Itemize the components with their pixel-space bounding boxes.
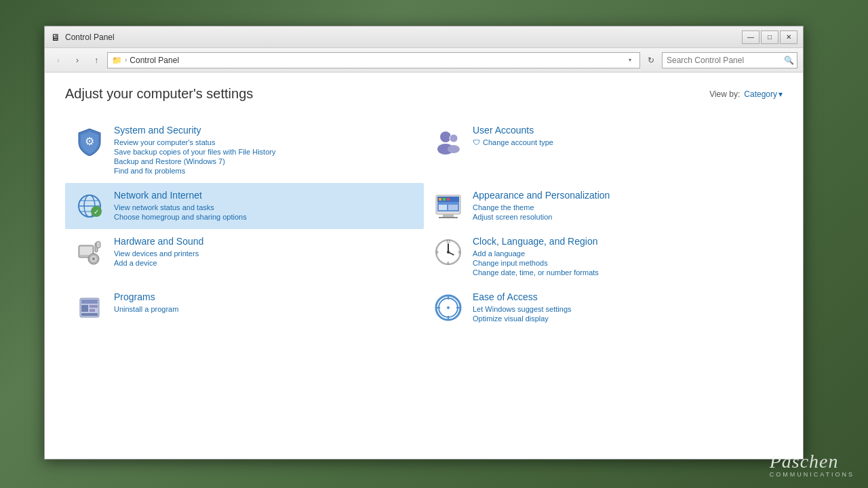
search-icon[interactable]: 🔍 xyxy=(781,52,797,68)
clock-language-info: Clock, Language, and Region Add a langua… xyxy=(473,236,774,278)
up-button[interactable]: ↑ xyxy=(88,52,104,68)
svg-text:12: 12 xyxy=(446,239,451,243)
category-system-security[interactable]: ⚙ System and Security Review your comput… xyxy=(65,118,424,183)
content-header: Adjust your computer's settings View by:… xyxy=(65,86,783,102)
category-clock-language[interactable]: 12 3 6 9 Clock, Language, and Region Add… xyxy=(424,229,783,285)
system-security-link-3[interactable]: Backup and Restore (Windows 7) xyxy=(114,157,416,165)
system-security-name[interactable]: System and Security xyxy=(114,125,416,136)
appearance-link-1[interactable]: Change the theme xyxy=(473,203,774,211)
categories-grid: ⚙ System and Security Review your comput… xyxy=(65,118,783,331)
svg-text:✓: ✓ xyxy=(94,208,99,216)
svg-rect-18 xyxy=(439,205,447,210)
breadcrumb-label: Control Panel xyxy=(130,56,179,65)
svg-rect-17 xyxy=(447,198,450,201)
programs-info: Programs Uninstall a program xyxy=(114,291,416,314)
system-security-link-1[interactable]: Review your computer's status xyxy=(114,138,416,146)
clock-language-name[interactable]: Clock, Language, and Region xyxy=(473,236,774,247)
ease-of-access-name[interactable]: Ease of Access xyxy=(473,291,774,302)
ease-of-access-link-1[interactable]: Let Windows suggest settings xyxy=(473,305,774,313)
hardware-sound-icon xyxy=(73,236,106,268)
category-hardware-sound[interactable]: Hardware and Sound View devices and prin… xyxy=(65,229,424,285)
appearance-icon xyxy=(432,190,465,222)
svg-text:⚙: ⚙ xyxy=(85,136,94,147)
desktop: 🖥 Control Panel — □ ✕ ‹ › ↑ 📁 › Control … xyxy=(0,0,868,488)
category-programs[interactable]: Programs Uninstall a program xyxy=(65,285,424,331)
title-bar-left: 🖥 Control Panel xyxy=(50,32,115,43)
category-ease-of-access[interactable]: Ease of Access Let Windows suggest setti… xyxy=(424,285,783,331)
system-security-link-2[interactable]: Save backup copies of your files with Fi… xyxy=(114,148,416,156)
window-icon: 🖥 xyxy=(50,32,61,43)
system-security-link-4[interactable]: Find and fix problems xyxy=(114,167,416,175)
view-by-value[interactable]: Category ▾ xyxy=(744,89,783,99)
programs-name[interactable]: Programs xyxy=(114,291,416,302)
svg-rect-40 xyxy=(81,305,88,312)
svg-point-26 xyxy=(92,258,95,260)
view-by-label: View by: xyxy=(709,89,740,99)
user-accounts-info: User Accounts 🛡 Change account type xyxy=(473,125,774,148)
view-by-arrow: ▾ xyxy=(778,89,783,99)
svg-rect-23 xyxy=(80,247,92,255)
view-by-selector: View by: Category ▾ xyxy=(709,89,783,99)
network-internet-icon: ✓ xyxy=(73,190,106,222)
breadcrumb: 📁 › Control Panel xyxy=(112,56,622,65)
minimize-button[interactable]: — xyxy=(742,30,760,44)
svg-point-46 xyxy=(447,306,450,309)
close-button[interactable]: ✕ xyxy=(780,30,797,44)
breadcrumb-separator: › xyxy=(125,56,127,64)
control-panel-window: 🖥 Control Panel — □ ✕ ‹ › ↑ 📁 › Control … xyxy=(44,26,804,460)
address-bar: 📁 › Control Panel ▾ xyxy=(107,52,640,68)
address-dropdown-button[interactable]: ▾ xyxy=(625,54,635,67)
network-internet-link-2[interactable]: Choose homegroup and sharing options xyxy=(114,213,416,221)
clock-language-link-3[interactable]: Change date, time, or number formats xyxy=(473,268,774,277)
appearance-link-2[interactable]: Adjust screen resolution xyxy=(473,213,774,221)
programs-icon xyxy=(73,291,106,324)
category-appearance[interactable]: Appearance and Personalization Change th… xyxy=(424,183,783,229)
system-security-info: System and Security Review your computer… xyxy=(114,125,416,176)
watermark-subtitle: COMMUNICATIONS xyxy=(770,471,854,478)
svg-point-1 xyxy=(440,131,451,142)
category-user-accounts[interactable]: User Accounts 🛡 Change account type xyxy=(424,118,783,183)
search-bar[interactable]: 🔍 xyxy=(662,52,797,68)
appearance-name[interactable]: Appearance and Personalization xyxy=(473,190,774,201)
ease-of-access-icon xyxy=(432,291,465,324)
user-accounts-icon xyxy=(432,125,465,157)
svg-rect-43 xyxy=(81,313,98,316)
system-security-icon: ⚙ xyxy=(73,125,106,157)
network-internet-info: Network and Internet View network status… xyxy=(114,190,416,222)
title-bar: 🖥 Control Panel — □ ✕ xyxy=(45,26,803,48)
clock-language-link-1[interactable]: Add a language xyxy=(473,249,774,258)
hardware-sound-name[interactable]: Hardware and Sound xyxy=(114,236,416,247)
maximize-button[interactable]: □ xyxy=(761,30,778,44)
ease-of-access-link-2[interactable]: Optimize visual display xyxy=(473,314,774,323)
page-title: Adjust your computer's settings xyxy=(65,86,253,102)
user-accounts-name[interactable]: User Accounts xyxy=(473,125,774,136)
clock-language-icon: 12 3 6 9 xyxy=(432,236,465,268)
search-input[interactable] xyxy=(663,56,781,65)
svg-point-4 xyxy=(448,145,460,153)
svg-point-33 xyxy=(447,251,450,253)
svg-point-3 xyxy=(450,134,458,142)
svg-rect-15 xyxy=(439,198,441,201)
refresh-button[interactable]: ↻ xyxy=(643,52,659,68)
ease-of-access-info: Ease of Access Let Windows suggest setti… xyxy=(473,291,774,324)
watermark: Paschen COMMUNICATIONS xyxy=(770,452,854,478)
user-accounts-link-1[interactable]: Change account type xyxy=(483,138,553,146)
network-internet-name[interactable]: Network and Internet xyxy=(114,190,416,201)
network-internet-link-1[interactable]: View network status and tasks xyxy=(114,203,416,211)
clock-language-link-2[interactable]: Change input methods xyxy=(473,259,774,267)
category-network-internet[interactable]: ✓ Network and Internet View network stat… xyxy=(65,183,424,229)
hardware-sound-link-2[interactable]: Add a device xyxy=(114,259,416,267)
svg-rect-42 xyxy=(90,309,95,312)
svg-rect-28 xyxy=(96,241,100,248)
back-button[interactable]: ‹ xyxy=(50,52,66,68)
window-title: Control Panel xyxy=(65,33,115,42)
forward-button[interactable]: › xyxy=(69,52,85,68)
svg-rect-21 xyxy=(439,217,458,218)
hardware-sound-info: Hardware and Sound View devices and prin… xyxy=(114,236,416,268)
breadcrumb-folder-icon: 📁 xyxy=(112,56,122,65)
programs-link-1[interactable]: Uninstall a program xyxy=(114,305,416,313)
window-controls: — □ ✕ xyxy=(742,30,797,44)
watermark-title: Paschen xyxy=(770,452,854,471)
hardware-sound-link-1[interactable]: View devices and printers xyxy=(114,249,416,258)
appearance-info: Appearance and Personalization Change th… xyxy=(473,190,774,222)
